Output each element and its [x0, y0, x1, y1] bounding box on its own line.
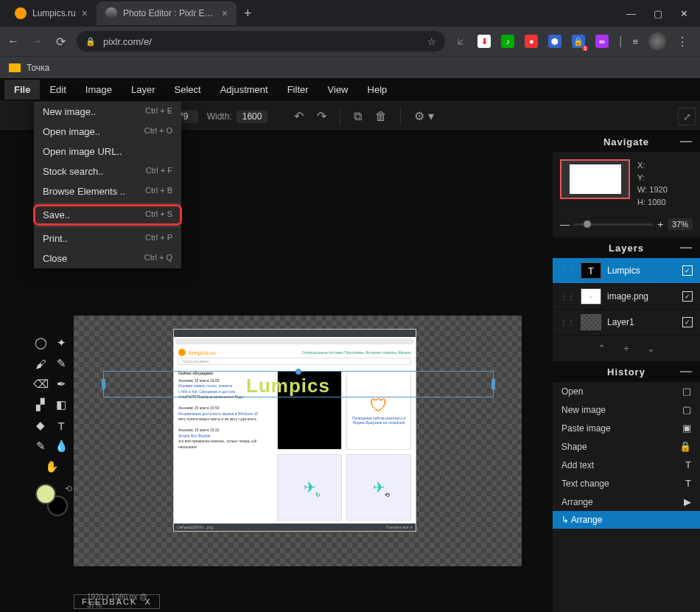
- menu-item-save[interactable]: Save..Ctrl + S: [34, 205, 181, 225]
- minimize-button[interactable]: —: [626, 8, 636, 19]
- history-item[interactable]: New image▢: [553, 400, 700, 419]
- zoom-slider[interactable]: [574, 223, 653, 226]
- redo-icon[interactable]: ↷: [312, 109, 331, 123]
- minimize-icon[interactable]: —: [680, 241, 693, 254]
- menu-image[interactable]: Image: [76, 80, 122, 100]
- bookmark-item[interactable]: Точка: [27, 63, 49, 73]
- tab-lumpics[interactable]: Lumpics.ru ×: [6, 1, 97, 25]
- blur-tool-icon[interactable]: 💧: [52, 437, 71, 456]
- menu-select[interactable]: Select: [164, 80, 210, 100]
- eyedropper-tool-icon[interactable]: ✎: [31, 437, 50, 456]
- translate-icon[interactable]: ⟀: [454, 35, 467, 48]
- menu-filter[interactable]: Filter: [278, 80, 318, 100]
- layer-item-lumpics[interactable]: ⋮⋮ T Lumpics ✓: [553, 258, 700, 284]
- avatar[interactable]: [648, 32, 666, 50]
- layers-panel-header[interactable]: Layers—: [553, 237, 700, 258]
- shape-tool-icon[interactable]: ◆: [31, 416, 50, 435]
- menu-adjustment[interactable]: Adjustment: [211, 80, 278, 100]
- back-button[interactable]: ←: [6, 35, 21, 48]
- tab-pixlr[interactable]: Photo Editor : Pixlr E - free image ×: [97, 1, 237, 25]
- layer-down-icon[interactable]: ⌄: [647, 343, 655, 354]
- resize-handle-left[interactable]: [102, 379, 105, 389]
- rotate-handle[interactable]: [295, 369, 301, 375]
- layer-up-icon[interactable]: ⌃: [598, 343, 606, 354]
- history-panel-header[interactable]: History—: [553, 361, 700, 382]
- layer-controls: ⌃ + ⌄: [553, 335, 700, 361]
- menu-layer[interactable]: Layer: [122, 80, 165, 100]
- zoom-in-button[interactable]: +: [657, 219, 663, 230]
- fill-tool-icon[interactable]: ▞: [31, 395, 50, 414]
- gradient-tool-icon[interactable]: ◧: [52, 395, 71, 414]
- menu-edit[interactable]: Edit: [40, 80, 75, 100]
- reading-list-icon[interactable]: ≡: [632, 36, 638, 47]
- visibility-toggle[interactable]: ✓: [682, 317, 693, 327]
- delete-icon[interactable]: 🗑: [371, 110, 391, 123]
- close-icon[interactable]: ×: [82, 7, 88, 19]
- ext-icon[interactable]: ⬇: [477, 35, 491, 48]
- wand-tool-icon[interactable]: ✦: [52, 333, 71, 352]
- menu-item-new-image[interactable]: New image..Ctrl + E: [34, 102, 181, 122]
- menu-item-close[interactable]: CloseCtrl + Q: [34, 248, 181, 268]
- layer-item-image[interactable]: ⋮⋮ ▪ image.png ✓: [553, 284, 700, 310]
- minimize-icon[interactable]: —: [680, 135, 693, 148]
- eraser-tool-icon[interactable]: ⌫: [31, 375, 50, 394]
- menu-item-open-image[interactable]: Open image..Ctrl + O: [34, 122, 181, 142]
- expand-panels-button[interactable]: ⤢: [678, 108, 696, 125]
- menu-help[interactable]: Help: [358, 80, 397, 100]
- hand-tool-icon[interactable]: ✋: [31, 457, 72, 476]
- navigator-thumbnail[interactable]: [560, 159, 630, 199]
- new-tab-button[interactable]: +: [237, 6, 259, 21]
- zoom-value[interactable]: 37%: [668, 218, 693, 230]
- navigate-panel-header[interactable]: Navigate—: [553, 131, 700, 152]
- url-field[interactable]: 🔒 pixlr.com/e/ ☆: [77, 31, 445, 52]
- drag-handle-icon[interactable]: ⋮⋮: [560, 319, 575, 327]
- ext-icon[interactable]: ∞: [595, 35, 609, 48]
- brush-tool-icon[interactable]: 🖌: [31, 354, 50, 373]
- menu-icon[interactable]: ⋮: [676, 35, 688, 49]
- undo-icon[interactable]: ↶: [290, 109, 308, 123]
- zoom-out-button[interactable]: —: [560, 219, 570, 230]
- forward-button[interactable]: →: [29, 35, 44, 48]
- resize-handle-right[interactable]: [491, 379, 495, 389]
- close-icon[interactable]: ×: [222, 7, 228, 19]
- history-item[interactable]: Shape🔒: [553, 437, 700, 456]
- visibility-toggle[interactable]: ✓: [682, 265, 693, 276]
- history-item[interactable]: Paste image▣: [553, 419, 700, 437]
- swap-colors-icon[interactable]: ⟲: [65, 484, 72, 494]
- minimize-icon[interactable]: —: [680, 365, 693, 378]
- color-swatch[interactable]: ⟲: [35, 484, 68, 516]
- menu-item-stock-search[interactable]: Stock search..Ctrl + F: [34, 161, 181, 181]
- pencil-tool-icon[interactable]: ✎: [52, 354, 71, 373]
- menu-item-browse-elements[interactable]: Browse Elements ..Ctrl + B: [34, 181, 181, 201]
- foreground-color[interactable]: [35, 484, 56, 504]
- close-window-button[interactable]: ✕: [680, 8, 688, 19]
- text-tool-icon[interactable]: T: [52, 416, 71, 435]
- history-item[interactable]: Text changeT: [553, 474, 700, 493]
- pen-tool-icon[interactable]: ✒: [52, 375, 71, 394]
- add-layer-icon[interactable]: +: [623, 343, 629, 354]
- marquee-tool-icon[interactable]: ◯: [31, 333, 50, 352]
- menu-file[interactable]: File: [4, 80, 40, 100]
- history-item[interactable]: Open▢: [553, 382, 700, 400]
- drag-handle-icon[interactable]: ⋮⋮: [560, 267, 575, 275]
- history-item[interactable]: Add textT: [553, 456, 700, 474]
- width-value[interactable]: 1600: [237, 110, 268, 123]
- selection-box[interactable]: [103, 371, 494, 397]
- reload-button[interactable]: ⟳: [53, 35, 68, 49]
- layer-item-layer1[interactable]: ⋮⋮ Layer1 ✓: [553, 310, 700, 335]
- ext-icon[interactable]: ⬢: [548, 35, 561, 48]
- gear-icon[interactable]: ⚙ ▾: [410, 109, 438, 123]
- drag-handle-icon[interactable]: ⋮⋮: [560, 293, 575, 301]
- star-icon[interactable]: ☆: [427, 36, 436, 47]
- menu-item-print[interactable]: Print..Ctrl + P: [34, 229, 181, 248]
- menu-item-open-url[interactable]: Open image URL..: [34, 142, 181, 161]
- ext-icon[interactable]: 🔒1: [572, 35, 585, 48]
- menu-view[interactable]: View: [318, 80, 358, 100]
- history-item-current[interactable]: ↳ Arrange: [553, 511, 700, 529]
- visibility-toggle[interactable]: ✓: [682, 291, 693, 302]
- maximize-button[interactable]: ▢: [654, 8, 662, 19]
- duplicate-icon[interactable]: ⧉: [349, 110, 366, 123]
- ext-icon[interactable]: ♪: [501, 35, 514, 48]
- ext-icon[interactable]: ●: [525, 35, 538, 48]
- history-item[interactable]: Arrange▶: [553, 493, 700, 511]
